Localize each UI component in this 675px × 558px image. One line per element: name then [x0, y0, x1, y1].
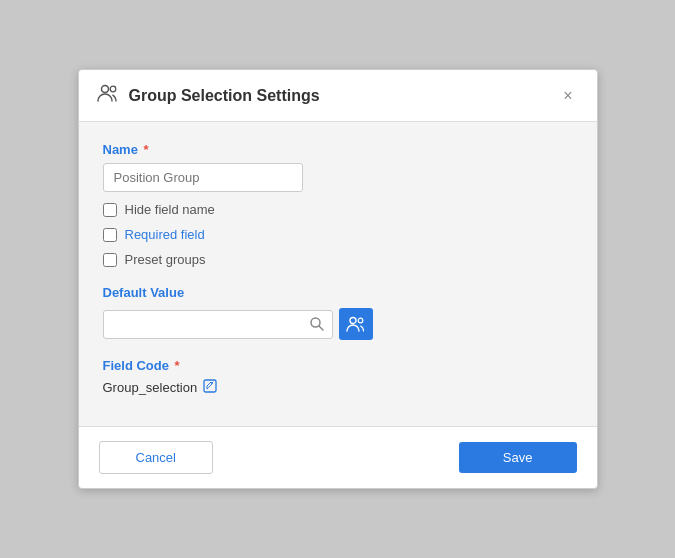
dialog-footer: Cancel Save — [79, 426, 597, 488]
default-value-label: Default Value — [103, 285, 573, 300]
svg-point-5 — [358, 318, 363, 323]
search-button[interactable] — [309, 316, 324, 333]
name-field-group: Name * — [103, 142, 573, 192]
default-value-input[interactable] — [104, 311, 309, 338]
default-value-row — [103, 308, 573, 340]
dialog-title-group: Group Selection Settings — [97, 84, 320, 107]
group-selection-settings-dialog: Group Selection Settings × Name * Hide f… — [78, 69, 598, 489]
hide-field-name-row: Hide field name — [103, 202, 573, 217]
group-icon — [97, 84, 119, 107]
required-star-name: * — [140, 142, 149, 157]
dialog-header: Group Selection Settings × — [79, 70, 597, 122]
dialog-body: Name * Hide field name Required field Pr… — [79, 122, 597, 426]
save-button[interactable]: Save — [459, 442, 577, 473]
field-code-value-row: Group_selection — [103, 379, 573, 396]
required-field-checkbox[interactable] — [103, 228, 117, 242]
required-star-code: * — [171, 358, 180, 373]
field-code-section: Field Code * Group_selection — [103, 358, 573, 396]
name-label: Name * — [103, 142, 573, 157]
name-input[interactable] — [103, 163, 303, 192]
preset-groups-checkbox[interactable] — [103, 253, 117, 267]
required-field-row: Required field — [103, 227, 573, 242]
close-button[interactable]: × — [557, 86, 578, 106]
svg-line-3 — [319, 326, 323, 330]
hide-field-name-checkbox[interactable] — [103, 203, 117, 217]
required-field-label[interactable]: Required field — [125, 227, 205, 242]
svg-point-4 — [350, 318, 356, 324]
default-value-search-wrapper — [103, 310, 333, 339]
default-value-section: Default Value — [103, 285, 573, 340]
hide-field-name-label[interactable]: Hide field name — [125, 202, 215, 217]
cancel-button[interactable]: Cancel — [99, 441, 213, 474]
group-picker-button[interactable] — [339, 308, 373, 340]
preset-groups-label[interactable]: Preset groups — [125, 252, 206, 267]
field-code-label: Field Code * — [103, 358, 573, 373]
svg-point-0 — [101, 86, 108, 93]
edit-field-code-icon[interactable] — [203, 379, 217, 396]
svg-point-1 — [110, 86, 116, 92]
field-code-value: Group_selection — [103, 380, 198, 395]
preset-groups-row: Preset groups — [103, 252, 573, 267]
dialog-title: Group Selection Settings — [129, 87, 320, 105]
